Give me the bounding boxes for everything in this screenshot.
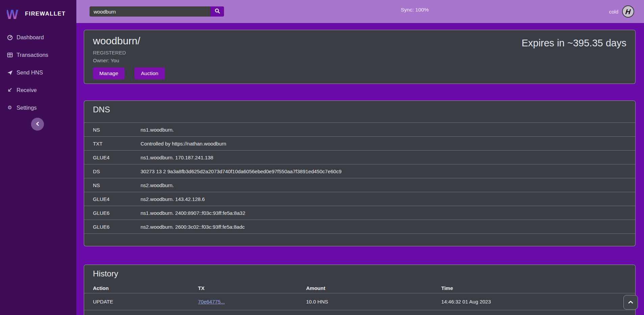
dns-record-value: 30273 13 2 9a3a8fb3d625d2a2073d740f10da6…: [141, 168, 626, 174]
dns-card: DNS NS ns1.woodburn. TXT Controlled by h…: [84, 100, 636, 246]
dns-record-type: GLUE4: [93, 196, 141, 202]
sidebar-item-label: Send HNS: [17, 69, 43, 76]
paper-plane-icon: [7, 70, 13, 75]
sidebar-item-label: Receive: [17, 87, 37, 93]
domain-card: woodburn/ REGISTERED Owner: You Manage A…: [84, 30, 636, 84]
sidebar-item-receive[interactable]: Receive: [0, 81, 76, 99]
app-logo[interactable]: W FIREWALLET: [0, 0, 76, 23]
sidebar-item-label: Dashboard: [17, 34, 44, 41]
sidebar-item-label: Transactions: [17, 52, 48, 58]
domain-status: REGISTERED: [93, 50, 626, 55]
firewallet-logo-icon: W: [7, 7, 20, 21]
history-row: RENEW … 10.0 HNS 15:47:06 07 Feb 2023: [84, 310, 635, 315]
domain-expiry: Expires in ~395.35 days: [522, 38, 626, 49]
history-action: UPDATE: [93, 299, 198, 305]
dns-record-value: ns1.woodburn. 170.187.241.138: [141, 155, 626, 160]
history-row: UPDATE 70e64775... 10.0 HNS 14:46:32 01 …: [84, 293, 635, 310]
sidebar-item-label: Settings: [17, 105, 37, 111]
history-card: History Action TX Amount Time UPDATE 70e…: [84, 265, 636, 315]
main-content: woodburn/ REGISTERED Owner: You Manage A…: [76, 23, 644, 315]
search-input[interactable]: [90, 6, 210, 17]
column-header-action: Action: [93, 285, 198, 291]
dns-record-value: ns2.woodburn.: [141, 182, 626, 188]
dns-record-value: ns1.woodburn.: [141, 127, 626, 133]
dns-record-value: ns1.woodburn. 2400:8907::f03c:93ff:fe5a:…: [141, 210, 626, 216]
gauge-icon: [7, 35, 13, 40]
dns-record-row: GLUE4 ns1.woodburn. 170.187.241.138: [84, 151, 635, 164]
table-icon: [7, 52, 13, 58]
history-header-row: Action TX Amount Time: [84, 283, 635, 293]
tx-link[interactable]: 70e64775...: [198, 299, 225, 305]
wallet-area: cold H: [609, 0, 634, 23]
search-icon: [215, 8, 220, 15]
dns-record-value: ns2.woodburn. 143.42.128.6: [141, 196, 626, 202]
sidebar-item-dashboard[interactable]: Dashboard: [0, 28, 76, 46]
search-button[interactable]: [210, 6, 224, 17]
sidebar-item-send-hns[interactable]: Send HNS: [0, 64, 76, 81]
dns-record-row: TXT Controlled by https://nathan.woodbur…: [84, 137, 635, 151]
dns-record-row: GLUE6 ns1.woodburn. 2400:8907::f03c:93ff…: [84, 206, 635, 220]
search-group: [90, 6, 224, 17]
dns-record-type: GLUE6: [93, 224, 141, 230]
dns-record-row: NS ns1.woodburn.: [84, 123, 635, 137]
column-header-tx: TX: [198, 285, 306, 291]
history-time: 14:46:32 01 Aug 2023: [441, 299, 626, 305]
dns-record-type: NS: [93, 182, 141, 188]
dns-record-value: ns2.woodburn. 2600:3c02::f03c:93ff:fe5a:…: [141, 224, 626, 230]
chevron-left-icon: [35, 121, 40, 127]
sidebar-nav: Dashboard Transactions Send HNS: [0, 28, 76, 116]
dns-record-type: GLUE4: [93, 155, 141, 160]
dns-record-row: DS 30273 13 2 9a3a8fb3d625d2a2073d740f10…: [84, 164, 635, 178]
svg-text:W: W: [7, 7, 18, 21]
dns-record-row: GLUE4 ns2.woodburn. 143.42.128.6: [84, 192, 635, 206]
dns-record-type: NS: [93, 127, 141, 133]
wallet-name-label: cold: [609, 9, 618, 15]
topbar: Sync: 100% cold H: [76, 0, 644, 23]
dns-record-type: DS: [93, 168, 141, 174]
handshake-logo-icon[interactable]: H: [622, 5, 634, 18]
chevron-up-icon: [628, 300, 633, 305]
dns-card-title: DNS: [84, 105, 635, 114]
sidebar-item-settings[interactable]: ⚙ Settings: [0, 99, 76, 116]
history-amount: 10.0 HNS: [306, 299, 441, 305]
arrow-down-left-icon: [7, 87, 13, 93]
sidebar-collapse-button[interactable]: [31, 118, 44, 131]
app-title: FIREWALLET: [25, 10, 66, 17]
sync-status: Sync: 100%: [401, 7, 429, 13]
history-card-title: History: [84, 269, 635, 278]
column-header-amount: Amount: [306, 285, 441, 291]
dns-record-row: NS ns2.woodburn.: [84, 178, 635, 192]
dns-record-type: GLUE6: [93, 210, 141, 216]
column-header-time: Time: [441, 285, 626, 291]
dns-record-type: TXT: [93, 141, 141, 147]
sidebar-item-transactions[interactable]: Transactions: [0, 46, 76, 64]
gear-icon: ⚙: [7, 105, 13, 111]
dns-record-value: Controlled by https://nathan.woodburn: [141, 141, 626, 147]
scroll-top-button[interactable]: [623, 295, 638, 310]
auction-button[interactable]: Auction: [134, 67, 165, 80]
sidebar: W FIREWALLET Dashboard Transactions: [0, 0, 76, 315]
dns-record-row: GLUE6 ns2.woodburn. 2600:3c02::f03c:93ff…: [84, 220, 635, 234]
manage-button[interactable]: Manage: [93, 67, 125, 80]
domain-owner: Owner: You: [93, 58, 626, 63]
